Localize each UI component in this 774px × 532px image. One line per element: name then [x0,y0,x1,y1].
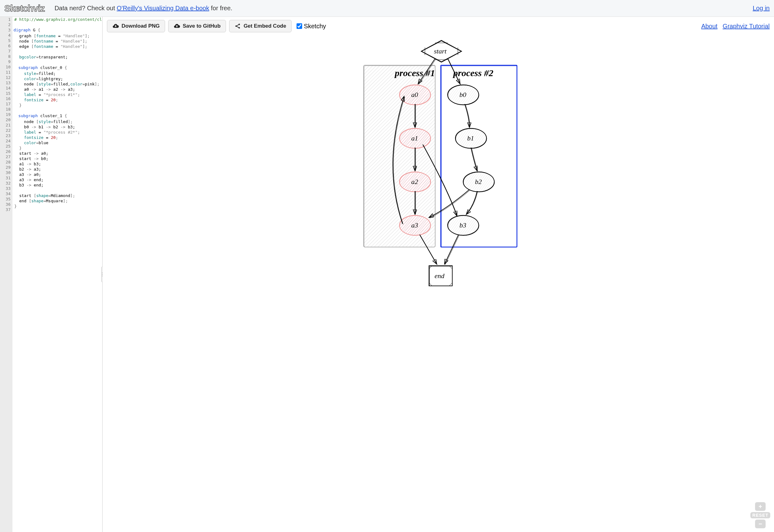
svg-text:a2: a2 [411,178,418,186]
svg-text:b1: b1 [467,134,474,142]
node-a1: a1 [399,128,431,149]
promo-link[interactable]: O'Reilly's Visualizing Data e-book [117,5,209,11]
download-png-button[interactable]: Download PNG [107,20,165,32]
graph-canvas[interactable]: process #1 process #2 start [103,34,774,532]
toolbar-links: About Graphviz Tutorial [701,23,770,30]
app-logo[interactable]: Sketchviz [4,3,44,14]
end-node: end [429,266,452,286]
code-editor[interactable]: 1234567891011121314151617181920212223242… [0,17,103,532]
cluster-2-label: process #2 [452,68,493,78]
download-label: Download PNG [122,23,160,29]
svg-text:a3: a3 [411,221,418,229]
about-link[interactable]: About [701,23,717,30]
zoom-controls: + RESET − [750,502,770,528]
sketchy-checkbox[interactable] [297,23,302,29]
node-b2: b2 [463,172,495,192]
preview-toolbar: Download PNG Save to GitHub Get Embed Co… [103,17,774,35]
node-a2: a2 [399,172,431,192]
promo-prefix: Data nerd? Check out [54,5,117,11]
svg-text:a1: a1 [411,134,418,142]
editor-gutter: 1234567891011121314151617181920212223242… [0,17,12,532]
save-label: Save to GitHub [183,23,221,29]
cloud-upload-icon [173,23,180,30]
end-label: end [435,272,445,280]
node-b0: b0 [448,85,479,105]
preview-pane: Download PNG Save to GitHub Get Embed Co… [103,17,774,532]
svg-text:a0: a0 [411,91,418,99]
embed-label: Get Embed Code [244,23,286,29]
tutorial-link[interactable]: Graphviz Tutorial [723,23,770,30]
login-link[interactable]: Log in [753,5,770,12]
node-b1: b1 [455,128,487,149]
promo-text: Data nerd? Check out O'Reilly's Visualiz… [54,5,232,12]
node-b3: b3 [448,215,479,236]
node-a0: a0 [399,85,431,105]
main-split: 1234567891011121314151617181920212223242… [0,17,774,532]
svg-text:b3: b3 [459,221,466,229]
promo-suffix: for free. [209,5,232,11]
sketchy-toggle-wrap: Sketchy [297,23,326,30]
share-icon [234,23,241,30]
cloud-download-icon [112,23,119,30]
zoom-out-button[interactable]: − [755,520,766,528]
node-a3: a3 [399,215,431,236]
start-label: start [434,47,447,55]
sketchy-label: Sketchy [304,23,326,30]
svg-text:b2: b2 [475,178,482,186]
editor-code[interactable]: # http://www.graphviz.org/content/cl ▾di… [12,17,102,532]
start-node: start [421,40,462,62]
app-header: Sketchviz Data nerd? Check out O'Reilly'… [0,0,774,17]
zoom-in-button[interactable]: + [755,502,766,511]
save-github-button[interactable]: Save to GitHub [168,20,226,32]
graph-svg: process #1 process #2 start [351,34,525,289]
embed-code-button[interactable]: Get Embed Code [229,20,292,32]
zoom-reset-button[interactable]: RESET [750,512,770,518]
svg-text:b0: b0 [459,91,466,99]
